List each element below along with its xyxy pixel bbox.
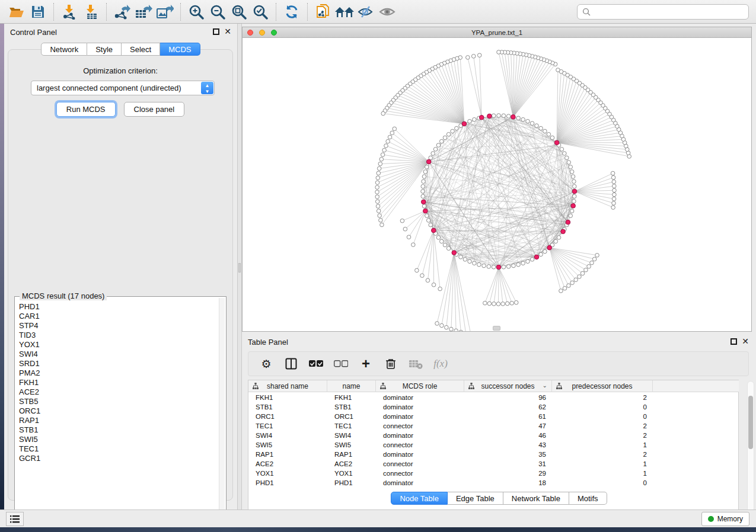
network-leaf-node[interactable] <box>595 254 599 258</box>
network-node[interactable] <box>539 252 543 257</box>
network-leaf-node[interactable] <box>375 181 379 185</box>
network-node[interactable] <box>451 129 455 133</box>
network-node[interactable] <box>492 114 496 118</box>
network-node[interactable] <box>502 114 506 118</box>
apply-layout-button[interactable] <box>281 2 302 22</box>
network-node[interactable] <box>429 156 433 160</box>
table-row[interactable]: ORC1ORC1dominator610 <box>248 412 653 421</box>
mcds-hub-node[interactable] <box>561 229 566 234</box>
network-node[interactable] <box>530 121 534 126</box>
network-node[interactable] <box>446 132 451 136</box>
network-node[interactable] <box>571 175 575 179</box>
network-node[interactable] <box>535 124 539 128</box>
mcds-hub-node[interactable] <box>479 115 484 120</box>
network-node[interactable] <box>492 265 496 269</box>
network-leaf-node[interactable] <box>570 281 575 285</box>
network-node[interactable] <box>572 194 576 198</box>
create-column-button[interactable]: + <box>359 357 373 371</box>
network-node[interactable] <box>431 152 435 156</box>
column-header-name[interactable]: name <box>327 380 376 392</box>
network-leaf-node[interactable] <box>612 184 616 188</box>
network-node[interactable] <box>443 243 447 247</box>
export-network-button[interactable] <box>111 2 133 22</box>
network-node[interactable] <box>512 264 516 268</box>
network-leaf-node[interactable] <box>386 139 390 143</box>
mcds-hub-node[interactable] <box>426 159 431 164</box>
network-leaf-node[interactable] <box>559 289 563 293</box>
new-network-from-selection-button[interactable] <box>312 2 334 22</box>
network-leaf-node[interactable] <box>432 283 436 287</box>
delete-table-button[interactable] <box>409 357 423 371</box>
network-leaf-node[interactable] <box>377 209 381 213</box>
network-leaf-node[interactable] <box>438 287 442 291</box>
network-leaf-node[interactable] <box>587 264 591 268</box>
mcds-result-item[interactable]: TID3 <box>19 331 219 340</box>
mcds-result-item[interactable]: YOX1 <box>19 340 219 350</box>
network-node[interactable] <box>564 156 569 160</box>
mcds-hub-node[interactable] <box>571 204 576 209</box>
network-leaf-node[interactable] <box>611 171 615 175</box>
close-table-panel-icon[interactable]: ✕ <box>742 336 749 346</box>
network-node[interactable] <box>429 223 433 227</box>
network-leaf-node[interactable] <box>382 148 387 152</box>
mcds-result-item[interactable]: STB1 <box>19 425 219 435</box>
close-panel-icon[interactable]: ✕ <box>224 27 231 36</box>
network-leaf-node[interactable] <box>384 144 388 148</box>
network-node[interactable] <box>526 119 530 123</box>
network-leaf-node[interactable] <box>487 302 492 306</box>
tab-style[interactable]: Style <box>87 43 122 56</box>
mcds-result-item[interactable]: PMA2 <box>19 368 219 378</box>
network-leaf-node[interactable] <box>393 127 397 131</box>
tab-edge-table[interactable]: Edge Table <box>448 492 503 505</box>
export-table-button[interactable] <box>133 2 154 22</box>
network-leaf-node[interactable] <box>497 50 501 55</box>
network-node[interactable] <box>473 117 477 121</box>
network-node[interactable] <box>502 265 506 269</box>
show-columns-button[interactable] <box>284 357 298 371</box>
network-leaf-node[interactable] <box>379 157 384 161</box>
divider-grip[interactable] <box>238 263 241 273</box>
network-node[interactable] <box>487 265 491 269</box>
mcds-hub-node[interactable] <box>452 251 457 255</box>
float-table-panel-icon[interactable] <box>731 338 737 345</box>
network-node[interactable] <box>477 262 481 267</box>
network-leaf-node[interactable] <box>449 327 454 331</box>
network-leaf-node[interactable] <box>496 302 500 306</box>
table-row[interactable]: YOX1YOX1connector291 <box>248 469 653 478</box>
network-leaf-node[interactable] <box>375 200 379 204</box>
network-leaf-node[interactable] <box>412 243 416 247</box>
network-leaf-node[interactable] <box>580 271 585 275</box>
network-leaf-node[interactable] <box>574 278 578 282</box>
zoom-out-button[interactable] <box>207 2 228 22</box>
network-node[interactable] <box>526 259 530 264</box>
network-leaf-node[interactable] <box>611 206 615 210</box>
table-row[interactable]: RAP1RAP1dominator352 <box>248 450 653 459</box>
network-node[interactable] <box>572 184 576 188</box>
hide-selected-button[interactable] <box>355 2 377 22</box>
tab-mcds[interactable]: MCDS <box>160 43 200 56</box>
show-all-button[interactable] <box>377 2 398 22</box>
select-all-rows-button[interactable] <box>309 357 323 371</box>
tab-network[interactable]: Network <box>41 43 87 56</box>
network-node[interactable] <box>422 204 426 209</box>
mcds-result-item[interactable]: ACE2 <box>19 387 219 397</box>
network-node[interactable] <box>497 114 501 118</box>
column-header-predecessor-nodes[interactable]: predecessor nodes <box>552 380 653 392</box>
network-node[interactable] <box>550 136 554 140</box>
show-task-history-button[interactable] <box>6 512 24 526</box>
network-node[interactable] <box>530 257 534 261</box>
open-file-button[interactable] <box>6 2 27 22</box>
tab-select[interactable]: Select <box>122 43 160 56</box>
network-node[interactable] <box>539 126 543 130</box>
memory-button[interactable]: Memory <box>701 512 749 526</box>
network-leaf-node[interactable] <box>435 322 439 326</box>
network-leaf-node[interactable] <box>492 302 496 306</box>
network-leaf-node[interactable] <box>471 55 476 59</box>
network-leaf-node[interactable] <box>377 171 381 175</box>
network-leaf-node[interactable] <box>612 180 616 184</box>
mcds-hub-node[interactable] <box>462 121 467 126</box>
network-node[interactable] <box>422 175 426 179</box>
network-node[interactable] <box>433 148 438 152</box>
network-leaf-node[interactable] <box>379 218 383 222</box>
network-leaf-node[interactable] <box>420 274 425 278</box>
